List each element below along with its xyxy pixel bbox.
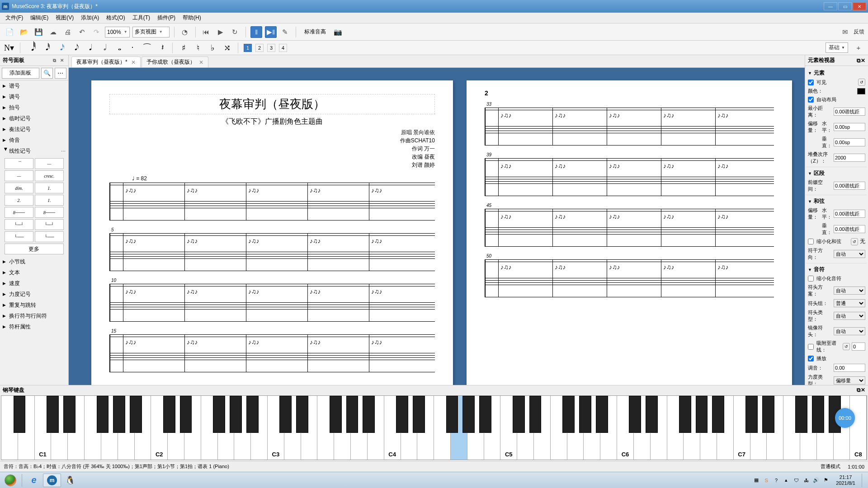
piano-black-key[interactable] — [396, 396, 408, 433]
natural-icon[interactable]: ♮ — [193, 42, 203, 53]
piano-white-key[interactable] — [850, 396, 867, 460]
stem-direction-select[interactable]: 自动 — [834, 250, 865, 258]
palette-cell[interactable]: ⌒ — [5, 158, 33, 169]
new-file-icon[interactable]: 📄 — [4, 26, 15, 38]
voice-4-button[interactable]: 4 — [279, 44, 287, 52]
play-checkbox[interactable] — [808, 356, 814, 361]
reset-icon[interactable]: ↺ — [858, 79, 865, 86]
palette-item[interactable]: ▶临时记号 — [0, 113, 68, 124]
dot-icon[interactable]: · — [127, 42, 138, 53]
head-group-select[interactable]: 普通 — [834, 299, 865, 307]
zoom-select[interactable]: 100%▼ — [105, 27, 130, 38]
menu-format[interactable]: 格式(O) — [103, 14, 128, 22]
piano-black-key[interactable] — [696, 396, 708, 433]
rest-icon[interactable]: 𝄽 — [156, 42, 167, 53]
chord-offset-y-input[interactable] — [834, 225, 865, 233]
music-system[interactable]: 50 — [485, 259, 774, 297]
piano-black-key[interactable] — [646, 396, 658, 433]
piano-black-key[interactable] — [279, 396, 292, 433]
palette-item[interactable]: ▶速度 — [0, 278, 68, 289]
palette-search-icon[interactable]: 🔍 — [41, 68, 53, 79]
autoplace-checkbox[interactable] — [808, 97, 814, 103]
piano-black-key[interactable] — [529, 396, 542, 433]
piano-black-key[interactable] — [812, 396, 824, 433]
velocity-type-select[interactable]: 偏移量 — [834, 376, 865, 385]
piano-black-key[interactable] — [330, 396, 342, 433]
palette-item[interactable]: ▶力度记号 — [0, 289, 68, 300]
close-icon[interactable]: ✕ — [131, 59, 136, 66]
note-32nd-icon[interactable]: 𝅘𝅥𝅰 — [40, 42, 51, 53]
piano-black-key[interactable] — [745, 396, 758, 433]
offset-x-input[interactable] — [834, 123, 865, 131]
palette-cell[interactable]: 2. — [5, 195, 33, 206]
palette-item[interactable]: ▶谱号 — [0, 80, 68, 91]
cloud-icon[interactable]: ☁ — [47, 26, 59, 38]
print-icon[interactable]: 🖨 — [61, 26, 73, 38]
palette-item[interactable]: ▶倚音 — [0, 135, 68, 145]
piano-black-key[interactable] — [14, 396, 26, 433]
fix-line-input[interactable] — [852, 343, 865, 351]
palette-item[interactable]: ▶调号 — [0, 91, 68, 102]
palette-cell[interactable]: └── — [35, 231, 64, 242]
tray-flag-icon[interactable]: ⚑ — [822, 477, 830, 484]
voice-2-button[interactable]: 2 — [255, 44, 264, 52]
menu-plugins[interactable]: 插件(P) — [154, 14, 179, 22]
inspector-close-icon[interactable]: ✕ — [861, 57, 865, 64]
maximize-button[interactable]: ▭ — [838, 2, 852, 10]
redo-icon[interactable]: ↷ — [90, 26, 102, 38]
piano-black-key[interactable] — [363, 396, 375, 433]
reset-icon[interactable]: ↺ — [851, 238, 858, 245]
piano-black-key[interactable] — [596, 396, 608, 433]
piano-black-key[interactable] — [63, 396, 75, 433]
leading-space-input[interactable] — [834, 182, 865, 190]
piano-undock-icon[interactable]: ⧉ — [857, 387, 861, 393]
visible-checkbox[interactable] — [808, 80, 814, 85]
loop-out-icon[interactable]: ▶⦀ — [265, 26, 277, 38]
piano-black-key[interactable] — [629, 396, 641, 433]
palette-item[interactable]: ▶拍号 — [0, 102, 68, 113]
small-chord-checkbox[interactable] — [808, 239, 814, 244]
music-system[interactable]: 45 — [485, 209, 774, 247]
piano-black-key[interactable] — [762, 396, 774, 433]
palette-cell[interactable]: 8─── — [5, 207, 33, 218]
save-icon[interactable]: 💾 — [33, 26, 44, 38]
metronome-icon[interactable]: ◔ — [179, 26, 191, 38]
piano-black-key[interactable] — [296, 396, 308, 433]
menu-file[interactable]: 文件(F) — [2, 14, 27, 22]
camera-icon[interactable]: 📷 — [332, 26, 344, 38]
palette-item[interactable]: ▶小节线 — [0, 256, 68, 267]
palette-undock-icon[interactable]: ⧉ — [51, 57, 58, 64]
piano-black-key[interactable] — [47, 396, 59, 433]
mirror-head-select[interactable]: 自动 — [834, 327, 865, 335]
inspector-undock-icon[interactable]: ⧉ — [857, 57, 861, 64]
piano-black-key[interactable] — [562, 396, 575, 433]
flip-icon[interactable]: ⤭ — [222, 42, 232, 53]
workspace-select[interactable]: 基础 ▼ — [826, 42, 848, 53]
piano-black-key[interactable] — [230, 396, 242, 433]
add-workspace-button[interactable]: + — [853, 42, 864, 54]
palette-cell[interactable]: 1. — [35, 183, 64, 193]
palette-cell[interactable]: └─┘ — [35, 219, 64, 230]
palette-item[interactable]: ▶线性记号⋯ — [0, 145, 68, 156]
piano-black-key[interactable] — [795, 396, 807, 433]
concert-pitch-button[interactable]: 标准音高 — [301, 26, 330, 38]
open-file-icon[interactable]: 📂 — [18, 26, 30, 38]
score-metadata[interactable]: 原唱 景向谁依作曲SCHAT10作词 万一改编 昼夜刘谱 颜婷 — [109, 128, 435, 169]
min-distance-input[interactable] — [834, 108, 865, 116]
score-viewport[interactable]: 夜幕审判（昼夜版） 《飞欧不下》广播剧角色主题曲 原唱 景向谁依作曲SCHAT1… — [69, 68, 805, 385]
head-type-select[interactable]: 自动 — [834, 312, 865, 320]
start-button[interactable] — [2, 474, 19, 487]
tray-shield-icon[interactable]: 🛡 — [793, 477, 800, 484]
offset-y-input[interactable] — [834, 138, 865, 146]
minimize-button[interactable]: — — [824, 2, 837, 10]
voice-1-button[interactable]: 1 — [244, 44, 252, 52]
piano-black-key[interactable] — [446, 396, 458, 433]
chord-offset-x-input[interactable] — [834, 210, 865, 218]
palette-more-icon[interactable]: ⋯ — [55, 68, 66, 79]
countoff-icon[interactable]: ✎ — [279, 26, 291, 38]
piano-black-key[interactable] — [130, 396, 142, 433]
tray-icon[interactable]: S — [763, 477, 770, 484]
view-select[interactable]: 多页视图▼ — [132, 27, 170, 38]
piano-black-key[interactable] — [462, 396, 475, 433]
taskbar-qq-icon[interactable]: 🐧 — [61, 474, 79, 487]
